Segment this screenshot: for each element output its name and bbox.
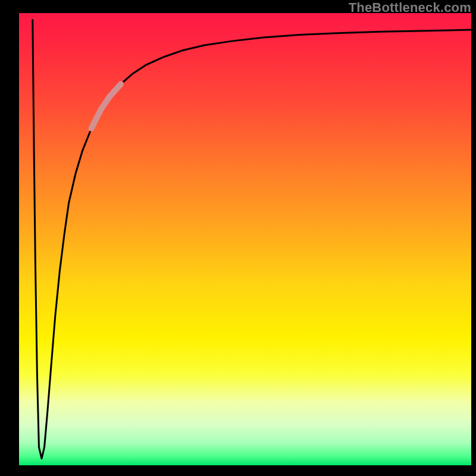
plot-area <box>19 13 471 465</box>
bottleneck-curve <box>33 20 471 458</box>
watermark-text: TheBottleneck.com <box>349 0 471 15</box>
chart-frame: TheBottleneck.com <box>0 0 476 476</box>
highlight-segment <box>92 84 121 128</box>
curve-svg <box>19 13 471 465</box>
